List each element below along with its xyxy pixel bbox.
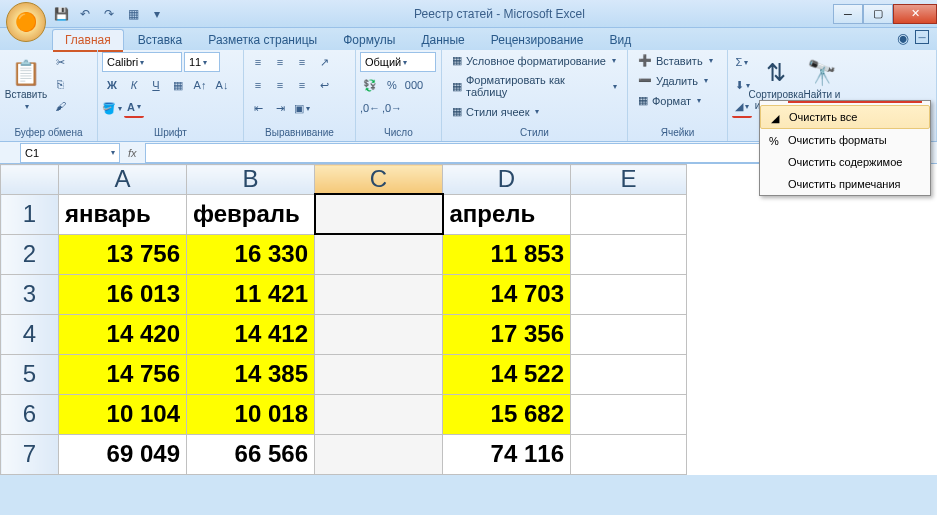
tab-view[interactable]: Вид (597, 30, 643, 50)
currency-icon[interactable]: 💱 (360, 75, 380, 95)
row-header-4[interactable]: 4 (1, 314, 59, 354)
paste-button[interactable]: 📋 Вставить ▾ (4, 52, 48, 118)
cell-d4[interactable]: 17 356 (443, 314, 571, 354)
row-header-6[interactable]: 6 (1, 394, 59, 434)
format-painter-icon[interactable]: 🖌 (50, 96, 70, 116)
decrease-decimal-icon[interactable]: ,0→ (382, 98, 402, 118)
cell-styles-button[interactable]: ▦Стили ячеек▾ (446, 103, 623, 120)
cell-b4[interactable]: 14 412 (187, 314, 315, 354)
cell-a1[interactable]: январь (59, 194, 187, 234)
cell-a5[interactable]: 14 756 (59, 354, 187, 394)
cell-e4[interactable] (571, 314, 687, 354)
cell-d3[interactable]: 14 703 (443, 274, 571, 314)
merge-cells-icon[interactable]: ▣▾ (292, 98, 312, 118)
close-button[interactable]: ✕ (893, 4, 937, 24)
insert-cells-button[interactable]: ➕Вставить▾ (632, 52, 719, 69)
cell-c5[interactable] (315, 354, 443, 394)
cell-a2[interactable]: 13 756 (59, 234, 187, 274)
cell-b3[interactable]: 11 421 (187, 274, 315, 314)
tab-formulas[interactable]: Формулы (331, 30, 407, 50)
tab-review[interactable]: Рецензирование (479, 30, 596, 50)
bold-button[interactable]: Ж (102, 75, 122, 95)
row-header-7[interactable]: 7 (1, 434, 59, 474)
cell-e7[interactable] (571, 434, 687, 474)
clear-contents-item[interactable]: Очистить содержимое (760, 151, 930, 173)
italic-button[interactable]: К (124, 75, 144, 95)
name-box[interactable]: C1▾ (20, 143, 120, 163)
align-right-icon[interactable]: ≡ (292, 75, 312, 95)
col-header-d[interactable]: D (443, 165, 571, 195)
redo-icon[interactable]: ↷ (100, 5, 118, 23)
comma-icon[interactable]: 000 (404, 75, 424, 95)
autosum-icon[interactable]: Σ▾ (732, 52, 752, 72)
tab-insert[interactable]: Вставка (126, 30, 195, 50)
cell-b5[interactable]: 14 385 (187, 354, 315, 394)
undo-icon[interactable]: ↶ (76, 5, 94, 23)
wrap-text-icon[interactable]: ↩ (314, 75, 334, 95)
orientation-icon[interactable]: ↗ (314, 52, 334, 72)
cell-d6[interactable]: 15 682 (443, 394, 571, 434)
cell-e6[interactable] (571, 394, 687, 434)
cell-c3[interactable] (315, 274, 443, 314)
fx-icon[interactable]: fx (128, 147, 137, 159)
row-header-2[interactable]: 2 (1, 234, 59, 274)
col-header-e[interactable]: E (571, 165, 687, 195)
cell-e2[interactable] (571, 234, 687, 274)
shrink-font-icon[interactable]: A↓ (212, 75, 232, 95)
font-name-combo[interactable]: Calibri▾ (102, 52, 182, 72)
save-icon[interactable]: 💾 (52, 5, 70, 23)
cell-a6[interactable]: 10 104 (59, 394, 187, 434)
col-header-a[interactable]: A (59, 165, 187, 195)
decrease-indent-icon[interactable]: ⇤ (248, 98, 268, 118)
cell-e5[interactable] (571, 354, 687, 394)
cell-e3[interactable] (571, 274, 687, 314)
tab-home[interactable]: Главная (52, 29, 124, 50)
increase-decimal-icon[interactable]: ,0← (360, 98, 380, 118)
cell-a7[interactable]: 69 049 (59, 434, 187, 474)
row-header-1[interactable]: 1 (1, 194, 59, 234)
clear-all-item[interactable]: ◢ Очистить все (760, 105, 930, 129)
cell-c2[interactable] (315, 234, 443, 274)
cell-d7[interactable]: 74 116 (443, 434, 571, 474)
align-top-icon[interactable]: ≡ (248, 52, 268, 72)
qat-dropdown-icon[interactable]: ▾ (148, 5, 166, 23)
minimize-ribbon-icon[interactable]: ─ (915, 30, 929, 44)
delete-cells-button[interactable]: ➖Удалить▾ (632, 72, 719, 89)
clear-formats-item[interactable]: % Очистить форматы (760, 129, 930, 151)
align-center-icon[interactable]: ≡ (270, 75, 290, 95)
col-header-c[interactable]: C (315, 165, 443, 195)
fill-color-button[interactable]: 🪣▾ (102, 98, 122, 118)
cell-d2[interactable]: 11 853 (443, 234, 571, 274)
cell-c6[interactable] (315, 394, 443, 434)
select-all-corner[interactable] (1, 165, 59, 195)
maximize-button[interactable]: ▢ (863, 4, 893, 24)
copy-icon[interactable]: ⎘ (50, 74, 70, 94)
tab-page-layout[interactable]: Разметка страницы (196, 30, 329, 50)
cut-icon[interactable]: ✂ (50, 52, 70, 72)
format-as-table-button[interactable]: ▦Форматировать как таблицу▾ (446, 72, 623, 100)
cell-b7[interactable]: 66 566 (187, 434, 315, 474)
minimize-button[interactable]: ─ (833, 4, 863, 24)
col-header-b[interactable]: B (187, 165, 315, 195)
office-button[interactable]: 🟠 (6, 2, 46, 42)
cell-b2[interactable]: 16 330 (187, 234, 315, 274)
percent-icon[interactable]: % (382, 75, 402, 95)
align-bottom-icon[interactable]: ≡ (292, 52, 312, 72)
tab-data[interactable]: Данные (409, 30, 476, 50)
grow-font-icon[interactable]: A↑ (190, 75, 210, 95)
increase-indent-icon[interactable]: ⇥ (270, 98, 290, 118)
cell-a3[interactable]: 16 013 (59, 274, 187, 314)
format-cells-button[interactable]: ▦Формат▾ (632, 92, 719, 109)
cell-b6[interactable]: 10 018 (187, 394, 315, 434)
row-header-5[interactable]: 5 (1, 354, 59, 394)
font-size-combo[interactable]: 11▾ (184, 52, 220, 72)
underline-button[interactable]: Ч (146, 75, 166, 95)
help-icon[interactable]: ◉ (897, 30, 909, 46)
cell-b1[interactable]: февраль (187, 194, 315, 234)
cell-c7[interactable] (315, 434, 443, 474)
cell-c4[interactable] (315, 314, 443, 354)
cell-c1[interactable] (315, 194, 443, 234)
clear-comments-item[interactable]: Очистить примечания (760, 173, 930, 195)
conditional-format-button[interactable]: ▦Условное форматирование▾ (446, 52, 623, 69)
cell-a4[interactable]: 14 420 (59, 314, 187, 354)
